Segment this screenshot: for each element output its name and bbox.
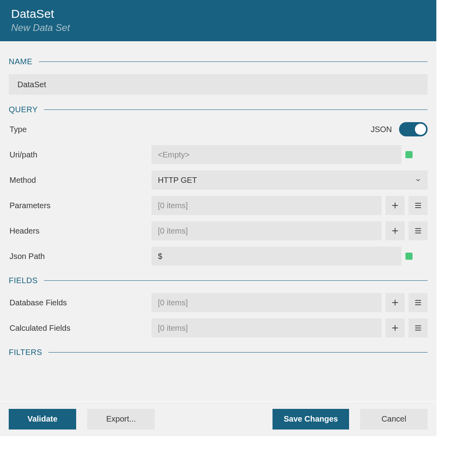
row-method: Method HTTP GET	[9, 171, 428, 190]
name-input[interactable]	[9, 74, 428, 95]
calcfields-field[interactable]: [0 items]	[152, 318, 382, 337]
toggle-json-label: JSON	[371, 125, 392, 134]
uri-input[interactable]: <Empty>	[152, 145, 401, 164]
dbfields-add-button[interactable]	[386, 293, 405, 312]
validate-button[interactable]: Validate	[9, 409, 76, 429]
calcfields-label: Calculated Fields	[9, 324, 152, 333]
divider	[44, 280, 428, 281]
row-type: Type JSON	[9, 122, 428, 136]
json-toggle[interactable]	[399, 122, 428, 136]
footer: Validate Export... Save Changes Cancel	[0, 401, 436, 436]
section-fields-head: FIELDS	[9, 276, 428, 285]
row-uri: Uri/path <Empty>	[9, 145, 428, 164]
headers-label: Headers	[9, 226, 152, 236]
dbfields-label: Database Fields	[9, 298, 152, 307]
form-body: NAME QUERY Type JSON Uri/path <Empty>	[0, 41, 436, 401]
calcfields-add-button[interactable]	[386, 318, 405, 337]
section-query-head: QUERY	[9, 105, 428, 114]
parameters-add-button[interactable]	[386, 196, 405, 215]
divider	[44, 109, 428, 110]
method-select[interactable]: HTTP GET	[152, 171, 428, 190]
type-toggle-group: JSON	[371, 122, 428, 136]
header: DataSet New Data Set	[0, 0, 436, 41]
divider	[39, 61, 428, 62]
jsonpath-label: Json Path	[9, 252, 152, 261]
section-filters-head: FILTERS	[9, 348, 428, 357]
method-value: HTTP GET	[158, 176, 197, 185]
row-dbfields: Database Fields [0 items]	[9, 293, 428, 312]
section-filters-label: FILTERS	[9, 348, 42, 357]
parameters-label: Parameters	[9, 201, 152, 210]
save-button[interactable]: Save Changes	[273, 409, 349, 429]
cancel-button[interactable]: Cancel	[360, 409, 428, 429]
headers-field[interactable]: [0 items]	[152, 221, 382, 240]
section-fields-label: FIELDS	[9, 276, 38, 285]
header-title: DataSet	[11, 7, 425, 21]
dataset-editor: DataSet New Data Set NAME QUERY Type JSO…	[0, 0, 436, 436]
headers-menu-button[interactable]	[409, 221, 428, 240]
row-jsonpath: Json Path $	[9, 247, 428, 266]
row-calcfields: Calculated Fields [0 items]	[9, 318, 428, 337]
section-name-head: NAME	[9, 57, 428, 66]
row-headers: Headers [0 items]	[9, 221, 428, 240]
method-label: Method	[9, 176, 152, 185]
section-name-label: NAME	[9, 57, 33, 66]
dbfields-menu-button[interactable]	[409, 293, 428, 312]
headers-add-button[interactable]	[386, 221, 405, 240]
section-query-label: QUERY	[9, 105, 38, 114]
jsonpath-input[interactable]: $	[152, 247, 401, 266]
dbfields-field[interactable]: [0 items]	[152, 293, 382, 312]
header-subtitle: New Data Set	[11, 22, 425, 33]
row-parameters: Parameters [0 items]	[9, 196, 428, 215]
calcfields-menu-button[interactable]	[409, 318, 428, 337]
status-indicator-icon	[405, 253, 413, 260]
export-button[interactable]: Export...	[87, 409, 155, 429]
uri-label: Uri/path	[9, 150, 152, 159]
chevron-down-icon	[415, 177, 421, 183]
divider	[48, 352, 428, 353]
type-label: Type	[9, 125, 27, 134]
parameters-field[interactable]: [0 items]	[152, 196, 382, 215]
toggle-knob	[415, 124, 426, 135]
parameters-menu-button[interactable]	[409, 196, 428, 215]
status-indicator-icon	[405, 151, 413, 158]
